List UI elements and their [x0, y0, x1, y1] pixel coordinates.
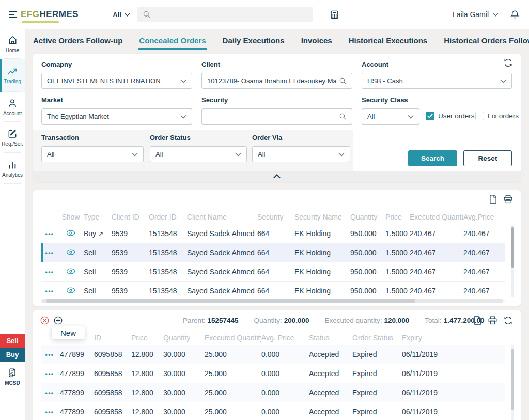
- eye-icon[interactable]: [66, 248, 75, 256]
- refresh-icon[interactable]: [504, 316, 512, 325]
- table-row[interactable]: •••477899609585812.80030.00025.0000.000A…: [41, 383, 505, 402]
- export-file-icon[interactable]: [474, 316, 481, 325]
- table-cell: 30.000: [163, 388, 205, 397]
- row-menu-icon[interactable]: •••: [45, 351, 54, 359]
- sidebar-item-account[interactable]: Account: [0, 92, 25, 122]
- scrollbar-thumb[interactable]: [46, 299, 415, 303]
- transaction-select[interactable]: All: [41, 146, 144, 162]
- logo-hermes: HERMES: [39, 9, 79, 20]
- show-order-button[interactable]: [60, 229, 84, 238]
- scrollbar-thumb[interactable]: [511, 227, 514, 268]
- top-bar: EFGHERMES All Laila Gamil: [0, 0, 529, 29]
- sidebar-item-trading[interactable]: Trading: [0, 59, 25, 92]
- order-status-select[interactable]: All: [150, 146, 247, 162]
- security-lookup-field[interactable]: [201, 108, 352, 125]
- show-order-button[interactable]: [60, 268, 84, 276]
- vertical-scrollbar[interactable]: [511, 225, 514, 297]
- row-menu-icon[interactable]: •••: [45, 230, 54, 238]
- row-menu-button[interactable]: •••: [41, 350, 60, 359]
- column-header: Expiry: [402, 334, 459, 342]
- print-icon[interactable]: [488, 316, 497, 325]
- row-menu-button[interactable]: •••: [41, 229, 60, 238]
- parent-order-stats: Parent:15257445 Quantity:200.000 Execute…: [183, 316, 484, 325]
- row-menu-icon[interactable]: •••: [45, 390, 54, 397]
- order-via-select[interactable]: All: [252, 146, 350, 162]
- global-search[interactable]: [137, 7, 313, 22]
- refresh-icon[interactable]: [504, 58, 512, 67]
- horizontal-scrollbar[interactable]: [41, 299, 503, 303]
- plus-circle-icon[interactable]: [54, 316, 63, 325]
- table-cell: 240.467: [410, 287, 463, 295]
- calculator-icon[interactable]: [330, 10, 339, 20]
- collapse-filters-button[interactable]: [33, 171, 521, 182]
- scrollbar-thumb[interactable]: [511, 349, 514, 410]
- menu-icon[interactable]: [9, 11, 17, 18]
- tab-active-orders-follow-up[interactable]: Active Orders Follow-up: [33, 36, 122, 45]
- table-cell: 1513548: [149, 248, 187, 257]
- row-menu-button[interactable]: •••: [41, 369, 60, 378]
- logo-arabic-tagline: [22, 21, 59, 23]
- row-menu-button[interactable]: •••: [41, 388, 60, 397]
- global-search-input[interactable]: [155, 11, 308, 19]
- stat-executed-quantity: Executed quantity:120.000: [324, 316, 409, 325]
- client-lookup-field[interactable]: 10123789- Osama Ibrahim El desoukey Mahr: [201, 73, 352, 89]
- column-header: Executed Quantity: [410, 213, 463, 221]
- tab-daily-executions[interactable]: Daily Executions: [223, 36, 285, 45]
- row-menu-icon[interactable]: •••: [45, 250, 54, 257]
- row-menu-button[interactable]: •••: [41, 408, 60, 416]
- search-scope-select[interactable]: All: [113, 11, 130, 19]
- show-order-button[interactable]: [60, 287, 84, 295]
- security-class-select[interactable]: All: [362, 108, 419, 125]
- sidebar-item-analytics[interactable]: Analytics: [0, 153, 25, 184]
- table-row[interactable]: •••Sell95391513548Sayed Sadek Ahmed664EK…: [41, 262, 505, 282]
- reset-button[interactable]: Reset: [463, 150, 512, 166]
- table-row[interactable]: •••Sell95391513548Sayed Sadek Ahmed664EK…: [41, 243, 505, 262]
- table-cell: 477899: [60, 388, 94, 397]
- row-menu-icon[interactable]: •••: [45, 269, 54, 276]
- table-row[interactable]: •••477899609585812.80030.00025.0000.000A…: [41, 364, 505, 383]
- row-menu-button[interactable]: •••: [41, 248, 60, 257]
- checkbox-checked-icon[interactable]: [426, 112, 434, 120]
- tab-invoices[interactable]: Invoices: [301, 36, 332, 45]
- table-row[interactable]: •••Buy↗95391513548Sayed Sadek Ahmed664EK…: [41, 224, 505, 243]
- sidebar-item-mcsd[interactable]: MCSD: [0, 368, 25, 386]
- row-menu-button[interactable]: •••: [41, 287, 60, 295]
- export-file-icon[interactable]: [489, 195, 497, 204]
- notifications-bell-icon[interactable]: [510, 9, 520, 20]
- user-orders-checkbox[interactable]: User orders: [426, 112, 475, 120]
- table-row[interactable]: •••477899609585812.80030.00025.0000.000A…: [41, 402, 505, 420]
- sell-button[interactable]: Sell: [0, 334, 25, 348]
- user-menu[interactable]: Laila Gamil: [453, 10, 499, 19]
- print-icon[interactable]: [504, 195, 512, 204]
- column-header: Order Status: [352, 334, 402, 342]
- user-name: Laila Gamil: [453, 10, 489, 19]
- buy-button[interactable]: Buy: [0, 348, 25, 362]
- company-select[interactable]: OLT INVESTEMENTS INTERNATION: [41, 73, 192, 89]
- sidebar-item-requests-services[interactable]: Req./Ser.: [0, 122, 25, 153]
- row-menu-button[interactable]: •••: [41, 268, 60, 276]
- search-button[interactable]: Search: [408, 150, 457, 166]
- eye-icon[interactable]: [66, 268, 75, 275]
- cancel-circle-icon[interactable]: [40, 316, 49, 325]
- table-row[interactable]: •••Sell95391513548Sayed Sadek Ahmed664EK…: [41, 282, 505, 301]
- fix-orders-checkbox[interactable]: Fix orders: [475, 112, 519, 120]
- row-menu-icon[interactable]: •••: [45, 288, 54, 295]
- table-row[interactable]: •••477899609585812.80030.00025.0000.000A…: [41, 345, 505, 364]
- table-cell: 664: [257, 248, 294, 257]
- tab-historical-orders-follow-up[interactable]: Historical Orders Follow-up: [444, 36, 529, 45]
- child-orders-toolbar: New Parent:15257445 Quantity:200.000 Exe…: [33, 310, 521, 331]
- checkbox-unchecked-icon[interactable]: [475, 112, 484, 120]
- row-menu-icon[interactable]: •••: [45, 370, 54, 378]
- table-cell: 664: [257, 268, 294, 276]
- market-select[interactable]: The Egyptian Market: [41, 108, 192, 125]
- show-order-button[interactable]: [60, 248, 84, 257]
- tab-concealed-orders[interactable]: Concealed Orders: [139, 36, 206, 45]
- account-select[interactable]: HSB - Cash: [362, 73, 512, 89]
- vertical-scrollbar[interactable]: [511, 345, 514, 420]
- sidebar-item-home[interactable]: Home: [0, 29, 25, 59]
- eye-icon[interactable]: [66, 287, 75, 294]
- orders-table-actions: [489, 195, 512, 204]
- tab-historical-executions[interactable]: Historical Executions: [349, 36, 428, 45]
- eye-icon[interactable]: [66, 229, 75, 237]
- row-menu-icon[interactable]: •••: [45, 409, 54, 416]
